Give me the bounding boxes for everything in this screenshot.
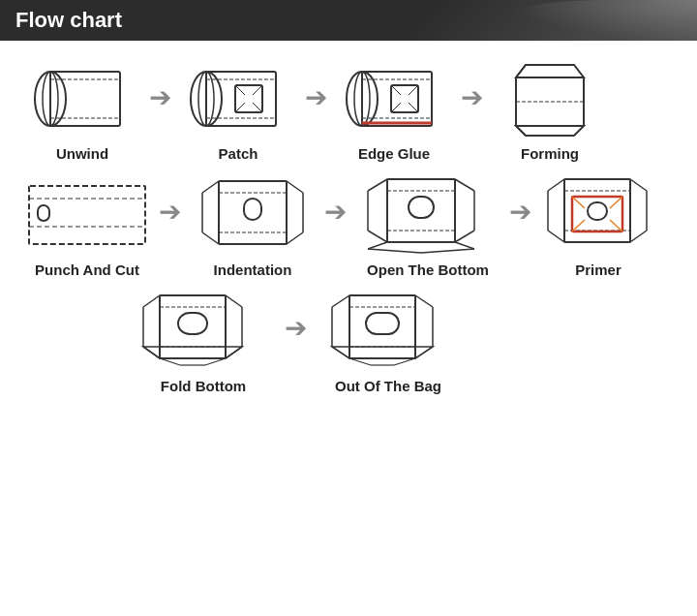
svg-line-53 bbox=[455, 231, 474, 242]
step-out-bag: Out Of The Bag bbox=[311, 288, 466, 394]
svg-line-11 bbox=[235, 85, 245, 95]
svg-line-78 bbox=[143, 295, 160, 307]
arrow-6: ➔ bbox=[509, 196, 531, 255]
svg-line-66 bbox=[630, 179, 647, 191]
flow-row-3: Fold Bottom ➔ bbox=[10, 288, 687, 394]
step-forming: Forming bbox=[487, 60, 613, 162]
header-title: Flow chart bbox=[15, 8, 122, 33]
svg-line-39 bbox=[202, 181, 219, 193]
label-forming: Forming bbox=[521, 145, 579, 162]
label-indentation: Indentation bbox=[214, 262, 292, 278]
arrow-4: ➔ bbox=[159, 196, 181, 255]
step-primer: Primer bbox=[535, 171, 661, 278]
svg-line-58 bbox=[421, 249, 474, 253]
svg-line-97 bbox=[415, 295, 433, 307]
label-fold-bottom: Fold Bottom bbox=[161, 378, 246, 394]
step-fold-bottom: Fold Bottom bbox=[126, 288, 281, 394]
svg-line-24 bbox=[409, 103, 418, 112]
label-open-bottom: Open The Bottom bbox=[367, 262, 489, 278]
svg-marker-27 bbox=[516, 65, 584, 77]
step-open-bottom: Open The Bottom bbox=[350, 171, 505, 278]
svg-line-71 bbox=[610, 197, 622, 208]
svg-rect-91 bbox=[349, 295, 415, 358]
step-indentation: Indentation bbox=[185, 171, 320, 278]
svg-line-50 bbox=[368, 231, 387, 242]
label-punch-cut: Punch And Cut bbox=[35, 262, 139, 278]
svg-line-13 bbox=[235, 103, 245, 112]
svg-rect-75 bbox=[160, 295, 226, 358]
label-patch: Patch bbox=[219, 145, 258, 162]
arrow-7: ➔ bbox=[285, 312, 307, 371]
svg-rect-26 bbox=[516, 77, 584, 126]
arrow-2: ➔ bbox=[305, 81, 327, 140]
svg-line-88 bbox=[205, 358, 226, 365]
svg-rect-74 bbox=[588, 202, 607, 220]
svg-line-70 bbox=[572, 197, 585, 208]
svg-rect-104 bbox=[366, 313, 399, 334]
svg-marker-100 bbox=[332, 347, 433, 358]
svg-line-63 bbox=[548, 179, 564, 191]
svg-line-67 bbox=[630, 231, 647, 242]
step-unwind: Unwind bbox=[19, 60, 145, 162]
flow-row-1: Unwind ➔ Patch ➔ bbox=[10, 60, 687, 162]
svg-line-49 bbox=[368, 179, 387, 191]
svg-marker-28 bbox=[516, 126, 584, 136]
svg-line-72 bbox=[572, 220, 585, 231]
svg-line-40 bbox=[202, 232, 219, 244]
svg-line-57 bbox=[368, 249, 421, 253]
svg-line-87 bbox=[160, 358, 180, 365]
arrow-1: ➔ bbox=[149, 81, 171, 140]
content: Unwind ➔ Patch ➔ bbox=[0, 41, 697, 404]
step-punch-cut: Punch And Cut bbox=[19, 171, 155, 278]
label-unwind: Unwind bbox=[56, 145, 108, 162]
svg-line-52 bbox=[455, 179, 474, 191]
arrow-5: ➔ bbox=[324, 196, 347, 255]
svg-line-21 bbox=[391, 85, 401, 95]
svg-line-64 bbox=[548, 231, 564, 242]
svg-line-14 bbox=[253, 103, 262, 112]
svg-rect-35 bbox=[38, 205, 49, 221]
flow-row-2: Punch And Cut ➔ bbox=[10, 171, 687, 278]
svg-line-101 bbox=[349, 358, 371, 365]
svg-line-23 bbox=[391, 103, 401, 112]
label-primer: Primer bbox=[575, 262, 621, 278]
svg-marker-86 bbox=[143, 347, 242, 358]
svg-line-55 bbox=[368, 242, 387, 249]
step-edge-glue: Edge Glue bbox=[331, 60, 457, 162]
label-out-bag: Out Of The Bag bbox=[335, 378, 441, 394]
svg-line-31 bbox=[516, 126, 526, 136]
label-edge-glue: Edge Glue bbox=[358, 145, 430, 162]
svg-rect-46 bbox=[387, 179, 455, 242]
svg-line-94 bbox=[332, 295, 349, 307]
svg-line-22 bbox=[409, 85, 418, 95]
svg-rect-32 bbox=[29, 186, 145, 244]
svg-rect-45 bbox=[244, 199, 261, 220]
svg-rect-59 bbox=[409, 197, 434, 218]
svg-line-73 bbox=[610, 220, 622, 231]
svg-line-102 bbox=[394, 358, 415, 365]
svg-line-81 bbox=[226, 295, 242, 307]
svg-line-42 bbox=[287, 181, 303, 193]
svg-line-12 bbox=[253, 85, 262, 95]
header: Flow chart bbox=[0, 0, 697, 41]
svg-line-56 bbox=[455, 242, 474, 249]
svg-rect-36 bbox=[219, 181, 287, 244]
step-patch: Patch bbox=[175, 60, 301, 162]
arrow-3: ➔ bbox=[461, 81, 483, 140]
svg-line-43 bbox=[287, 232, 303, 244]
svg-line-30 bbox=[516, 65, 526, 77]
svg-rect-90 bbox=[178, 313, 207, 334]
